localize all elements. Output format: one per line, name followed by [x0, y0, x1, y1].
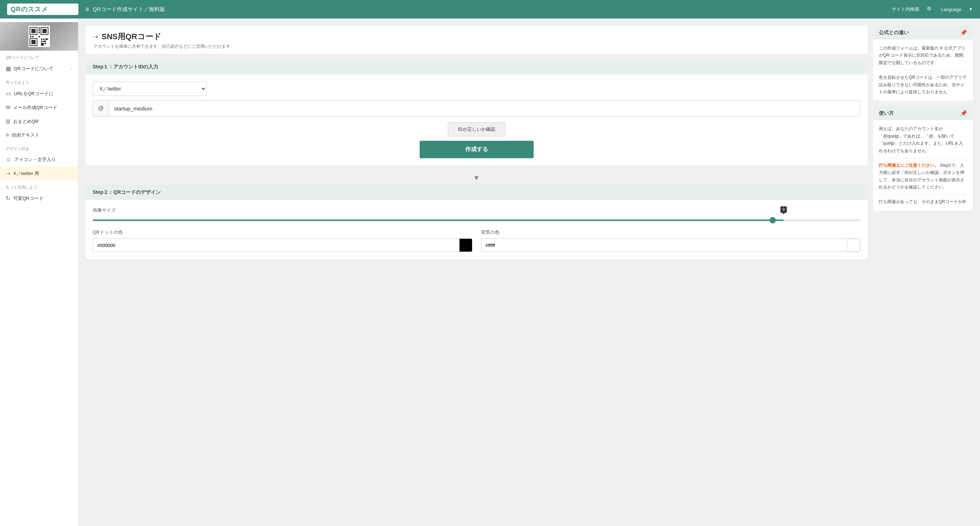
- sidebar-item-url[interactable]: ▭ URLをQRコードに: [0, 87, 78, 100]
- image-size-slider[interactable]: [92, 220, 860, 221]
- sidebar-item-omatome[interactable]: ⊞ おまとめQR: [0, 115, 78, 128]
- sidebar-item-label: おまとめQR: [13, 118, 39, 125]
- svg-rect-8: [45, 38, 48, 40]
- dot-color-input-row: [92, 238, 473, 252]
- usage-header: 使い方 📌: [873, 106, 973, 120]
- search-icon[interactable]: 🔍: [927, 6, 934, 13]
- bg-color-swatch[interactable]: [847, 239, 860, 252]
- grid2-icon: ⊞: [6, 118, 10, 125]
- dot-color-input[interactable]: [93, 240, 459, 251]
- header-title-text: QRコード作成サイト／無料版: [93, 6, 165, 13]
- step2-body: 画像サイズ 9 QRドットの色: [86, 200, 867, 259]
- color-row: QRドットの色 背景の色: [92, 229, 860, 252]
- chevron-right-icon: ›: [71, 66, 72, 71]
- site-logo[interactable]: QRのススメ: [7, 3, 78, 15]
- text-icon: ≡: [6, 132, 9, 138]
- header-right: サイト内検索 🔍 Language ▼: [892, 6, 973, 13]
- image-size-label: 画像サイズ: [92, 207, 860, 214]
- content-area: ⇢ SNS用QRコード アカウントを簡単に共有できます。自己紹介などにご活用いた…: [86, 26, 867, 519]
- sidebar-item-icon[interactable]: ☺ アイコン・文字入り: [0, 153, 78, 166]
- sidebar-item-label: 可変QRコード: [13, 195, 43, 202]
- usage-text2: 打ち間違えにご注意ください。 Step1で、入力後に必ず「IDが正しいか確認」ボ…: [879, 158, 967, 191]
- svg-rect-17: [32, 36, 33, 37]
- chevron-down-icon: ▼: [969, 7, 973, 12]
- sidebar-banner: [0, 22, 78, 51]
- official-diff-title: 公式との違い: [879, 30, 909, 36]
- sidebar-item-mail[interactable]: ✉ メール作成QRコード: [0, 100, 78, 115]
- image-size-group: 画像サイズ 9: [92, 207, 860, 223]
- bg-color-input-row: [481, 238, 861, 252]
- official-diff-body: この作成フォームは、最新版の X 公式アプリがQR コード表示に非対応であるため…: [873, 40, 973, 100]
- bg-color-label: 背景の色: [481, 229, 861, 236]
- account-input[interactable]: [109, 102, 860, 115]
- usage-text3: 打ち間違があっても、そのままQRコードが作: [879, 194, 967, 205]
- svg-rect-5: [31, 40, 36, 44]
- svg-rect-3: [42, 29, 47, 33]
- mail-icon: ✉: [6, 104, 10, 111]
- right-sidebar: 公式との違い 📌 この作成フォームは、最新版の X 公式アプリがQR コード表示…: [873, 26, 973, 519]
- slider-wrapper: 9: [92, 216, 860, 223]
- sidebar-item-text[interactable]: ≡ 自由テキスト: [0, 128, 78, 142]
- sidebar-item-about[interactable]: ▦ QRコードについて ›: [0, 62, 78, 75]
- sidebar-section-label-3: デザイン付き: [0, 142, 78, 153]
- sidebar-item-label: X／twitter 用: [13, 171, 39, 177]
- main-content: ⇢ SNS用QRコード アカウントを簡単に共有できます。自己紹介などにご活用いた…: [78, 19, 980, 526]
- svg-rect-18: [38, 36, 40, 37]
- share-title-icon: ⇢: [92, 33, 98, 41]
- sidebar-qr-image: [29, 26, 50, 47]
- sidebar-section-label-4: もっと活用しよう: [0, 180, 78, 191]
- sidebar-item-label: アイコン・文字入り: [14, 156, 56, 163]
- sns-dropdown-row: X／twitter Instagram Facebook TikTok YouT…: [92, 81, 860, 96]
- svg-rect-6: [41, 38, 42, 40]
- svg-rect-10: [43, 41, 46, 42]
- smiley-icon: ☺: [6, 156, 11, 163]
- refresh-icon: ↻: [6, 195, 10, 202]
- pin-icon-2: 📌: [960, 110, 967, 116]
- grid-icon: ▦: [6, 65, 11, 72]
- page-title: SNS用QRコード: [102, 31, 161, 42]
- dot-color-group: QRドットの色: [92, 229, 473, 252]
- dot-color-swatch[interactable]: [459, 239, 472, 252]
- step2-card: Step２：QRコードのデザイン 画像サイズ 9: [86, 185, 867, 259]
- sns-select[interactable]: X／twitter Instagram Facebook TikTok YouT…: [92, 81, 207, 96]
- svg-rect-7: [43, 38, 45, 40]
- svg-rect-1: [31, 29, 36, 33]
- sidebar: QRコードについて ▦ QRコードについて › 作ってみよう ▭ URLをQRコ…: [0, 19, 78, 526]
- bg-color-input[interactable]: [481, 240, 848, 251]
- create-button[interactable]: 作成する: [420, 141, 534, 158]
- svg-rect-13: [38, 27, 40, 29]
- page-title-row: ⇢ SNS用QRコード: [92, 31, 860, 42]
- official-diff-text2: 色を反転させたQRコードは、一部のアプリで読み取りできない可能性があるため、当サ…: [879, 70, 967, 96]
- svg-rect-16: [30, 36, 31, 37]
- slider-value-display: 9: [780, 206, 787, 213]
- step2-header: Step２：QRコードのデザイン: [86, 185, 867, 200]
- verify-button[interactable]: IDが正しいか確認: [448, 122, 506, 137]
- language-label[interactable]: Language: [941, 7, 961, 12]
- layout: QRコードについて ▦ QRコードについて › 作ってみよう ▭ URLをQRコ…: [0, 19, 980, 526]
- sidebar-section-label-2: 作ってみよう: [0, 75, 78, 87]
- svg-rect-12: [45, 43, 46, 44]
- sidebar-item-label: URLをQRコードに: [14, 91, 53, 97]
- share-icon: ⇢: [6, 170, 10, 177]
- page-title-area: ⇢ SNS用QRコード アカウントを簡単に共有できます。自己紹介などにご活用いた…: [86, 26, 867, 54]
- official-diff-card: 公式との違い 📌 この作成フォームは、最新版の X 公式アプリがQR コード表示…: [873, 26, 973, 100]
- sidebar-item-twitter[interactable]: ⇢ X／twitter 用: [0, 166, 78, 180]
- page-subtitle: アカウントを簡単に共有できます。自己紹介などにご活用いただけます: [93, 43, 860, 49]
- svg-rect-15: [38, 32, 40, 33]
- header-title-area: ≡ QRコード作成サイト／無料版: [86, 6, 165, 13]
- site-search-label[interactable]: サイト内検索: [892, 6, 920, 13]
- account-input-row: @: [92, 100, 860, 116]
- at-symbol: @: [93, 100, 109, 116]
- header: QRのススメ ≡ QRコード作成サイト／無料版 サイト内検索 🔍 Languag…: [0, 0, 980, 19]
- usage-body: 例えば、あなたのアカウント名が「@queljp」であれば、「@」を除いて「que…: [873, 120, 973, 210]
- usage-card: 使い方 📌 例えば、あなたのアカウント名が「@queljp」であれば、「@」を除…: [873, 106, 973, 210]
- sidebar-item-label: QRコードについて: [14, 65, 53, 72]
- step1-card: Step１：アカウントIDの入力 X／twitter Instagram Fac…: [86, 59, 867, 165]
- sidebar-item-label: 自由テキスト: [12, 132, 40, 138]
- official-diff-header: 公式との違い 📌: [873, 26, 973, 40]
- url-icon: ▭: [6, 90, 11, 97]
- sidebar-item-label: メール作成QRコード: [13, 104, 57, 111]
- sidebar-item-variable[interactable]: ↻ 可変QRコード: [0, 191, 78, 205]
- usage-text1: 例えば、あなたのアカウント名が「@queljp」であれば、「@」を除いて「que…: [879, 125, 967, 154]
- menu-icon[interactable]: ≡: [86, 6, 89, 13]
